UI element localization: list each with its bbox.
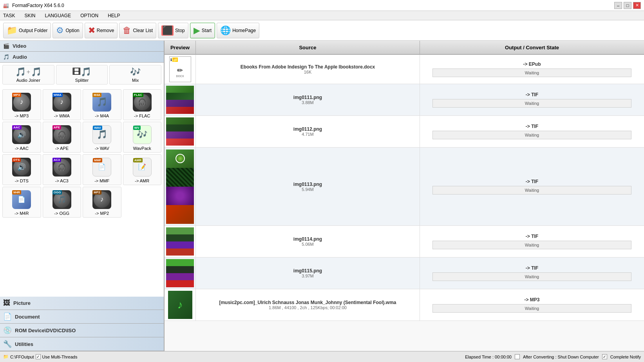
stop-icon: ⬛ xyxy=(161,25,174,36)
format-amr[interactable]: AMR 📝 -> AMR xyxy=(123,154,162,185)
option-button[interactable]: ⚙ Option xyxy=(52,23,83,38)
format-mmf[interactable]: MMF 📄 -> MMF xyxy=(83,154,121,185)
status-bar: 📁 C:\FFOutput Use Multi-Threads Elapsed … xyxy=(0,351,644,362)
aac-label: -> AAC xyxy=(15,146,29,151)
menu-option[interactable]: OPTION xyxy=(79,12,100,19)
row6-filename: img0115.png xyxy=(293,268,322,274)
picture-section-header[interactable]: 🖼 Picture xyxy=(0,297,164,310)
video-label: Video xyxy=(13,43,26,49)
document-section-header[interactable]: 📄 Document xyxy=(0,310,164,324)
menu-task[interactable]: TASK xyxy=(2,12,16,19)
document-label: Document xyxy=(15,314,40,320)
video-section-header[interactable]: 🎬 Video xyxy=(0,41,164,52)
format-m4a[interactable]: M4A 🎵 -> M4A xyxy=(83,89,121,120)
row5-status: Waiting xyxy=(432,241,631,249)
format-wma[interactable]: WMA ♪ -> WMA xyxy=(43,89,81,120)
rom-section-header[interactable]: 💿 ROM Device\DVD\CD\ISO xyxy=(0,324,164,337)
ogg-label: -> OGG xyxy=(54,211,69,216)
audio-joiner-item[interactable]: 🎵+🎵 Audio Joiner xyxy=(2,65,54,85)
format-m4r[interactable]: M4R 📄 -> M4R xyxy=(2,187,41,218)
complete-notify-checkbox[interactable] xyxy=(602,354,607,359)
folder-icon: 📁 xyxy=(7,25,17,36)
utilities-icon: 🔧 xyxy=(3,340,12,348)
row7-info: 1.86M , 44100 , 2ch , 125Kbps; 00:02:00 xyxy=(269,305,347,310)
row4-source: img0113.png 5.94M xyxy=(196,148,420,225)
main-layout: 🎬 Video 🎵 Audio 🎵+🎵 Audio Joiner 🎞🎵 Spli… xyxy=(0,41,644,351)
document-icon: 📄 xyxy=(3,312,12,321)
multi-threads-checkbox[interactable] xyxy=(36,354,41,359)
table-row[interactable]: ♪ [music2pc.com]_Ulrich Schnauss Jonas M… xyxy=(165,289,644,321)
remove-icon: ✖ xyxy=(88,25,95,36)
window-controls[interactable]: – □ ✕ xyxy=(614,2,641,9)
format-mp3[interactable]: MP3 ♪ -> MP3 xyxy=(2,89,41,120)
maximize-button[interactable]: □ xyxy=(624,2,631,9)
utilities-label: Utilities xyxy=(15,341,33,347)
format-ogg[interactable]: OGG 🎵 -> OGG xyxy=(43,187,81,218)
remove-button[interactable]: ✖ Remove xyxy=(85,23,118,38)
mix-item[interactable]: 🎶 Mix xyxy=(109,65,161,85)
splitter-item[interactable]: 🎞🎵 Splitter xyxy=(56,65,108,85)
format-ac3[interactable]: AC3 🎧 -> AC3 xyxy=(43,154,81,185)
format-mp2[interactable]: MP2 ♪ -> MP2 xyxy=(83,187,121,218)
format-aac[interactable]: AAC 🔊 -> AAC xyxy=(2,122,41,153)
audio-format-grid: MP3 ♪ -> MP3 WMA ♪ -> WMA xyxy=(0,87,164,220)
minimize-button[interactable]: – xyxy=(614,2,622,9)
table-row[interactable]: img0113.png 5.94M -> TIF Waiting xyxy=(165,148,644,226)
row1-info: 16K xyxy=(304,70,312,74)
flac-label: -> FLAC xyxy=(134,113,150,118)
table-row[interactable]: img0112.png 4.71M -> TIF Waiting xyxy=(165,116,644,148)
format-wav[interactable]: WAV 🎵 -> WAV xyxy=(83,122,121,153)
row1-status: Waiting xyxy=(432,68,631,77)
clear-icon: 🗑 xyxy=(123,25,131,36)
table-row[interactable]: img0111.png 3.88M -> TIF Waiting xyxy=(165,84,644,116)
audio-label: Audio xyxy=(13,54,27,60)
stop-button[interactable]: ⬛ Stop xyxy=(158,23,188,38)
output-path: C:\FFOutput xyxy=(10,355,34,359)
clear-list-label: Clear List xyxy=(133,28,153,33)
row6-preview xyxy=(165,258,196,289)
row5-source: img0114.png 5.06M xyxy=(196,226,420,257)
row4-preview xyxy=(165,148,196,225)
shutdown-checkbox[interactable] xyxy=(515,354,520,359)
row6-format: -> TIF xyxy=(526,265,538,271)
row5-info: 5.06M xyxy=(302,242,314,247)
row5-preview xyxy=(165,226,196,257)
homepage-button[interactable]: 🌐 HomePage xyxy=(217,23,259,38)
table-row[interactable]: ℹ 📁 ✏ DOCX Ebooks From Adobe Indesign To… xyxy=(165,55,644,84)
picture-icon: 🖼 xyxy=(3,299,10,307)
folder-icon-small: 📁 xyxy=(3,354,9,359)
table-row[interactable]: img0115.png 3.97M -> TIF Waiting xyxy=(165,258,644,289)
row3-preview xyxy=(165,116,196,147)
format-flac[interactable]: FLAC 🎧 -> FLAC xyxy=(123,89,162,120)
picture-label: Picture xyxy=(13,300,31,306)
start-button[interactable]: ▶ Start xyxy=(190,23,215,38)
format-dts[interactable]: DTS 🔊 -> DTS xyxy=(2,154,41,185)
row6-source: img0115.png 3.97M xyxy=(196,258,420,289)
homepage-icon: 🌐 xyxy=(220,25,231,36)
row1-source: Ebooks From Adobe Indesign To The Apple … xyxy=(196,55,420,84)
output-folder-button[interactable]: 📁 Output Folder xyxy=(3,23,51,38)
audio-section-header[interactable]: 🎵 Audio xyxy=(0,52,164,63)
close-button[interactable]: ✕ xyxy=(633,2,641,9)
mmf-label: -> MMF xyxy=(94,178,109,183)
task-list: ℹ 📁 ✏ DOCX Ebooks From Adobe Indesign To… xyxy=(165,55,644,351)
row2-output: -> TIF Waiting xyxy=(420,84,644,115)
row7-source: [music2pc.com]_Ulrich Schnauss Jonas Mun… xyxy=(196,289,420,321)
amr-label: -> AMR xyxy=(135,178,149,183)
rom-label: ROM Device\DVD\CD\ISO xyxy=(15,328,76,333)
utilities-section-header[interactable]: 🔧 Utilities xyxy=(0,337,164,351)
splitter-label: Splitter xyxy=(75,78,89,83)
format-ape[interactable]: APE 🎧 -> APE xyxy=(43,122,81,153)
format-wavpack[interactable]: WV 🎶 WavPack xyxy=(123,122,162,153)
menu-language[interactable]: LANGUAGE xyxy=(43,12,72,19)
menu-help[interactable]: HELP xyxy=(106,12,121,19)
output-folder-label: Output Folder xyxy=(19,28,47,33)
row1-output: -> EPub Waiting xyxy=(420,55,644,84)
table-row[interactable]: img0114.png 5.06M -> TIF Waiting xyxy=(165,226,644,258)
menu-skin[interactable]: SKIN xyxy=(23,12,37,19)
rom-icon: 💿 xyxy=(3,326,12,335)
row1-format: -> EPub xyxy=(523,61,541,67)
clear-list-button[interactable]: 🗑 Clear List xyxy=(119,23,156,38)
homepage-label: HomePage xyxy=(232,28,256,33)
right-panel: Preview Source Output / Convert State ℹ … xyxy=(165,41,644,351)
